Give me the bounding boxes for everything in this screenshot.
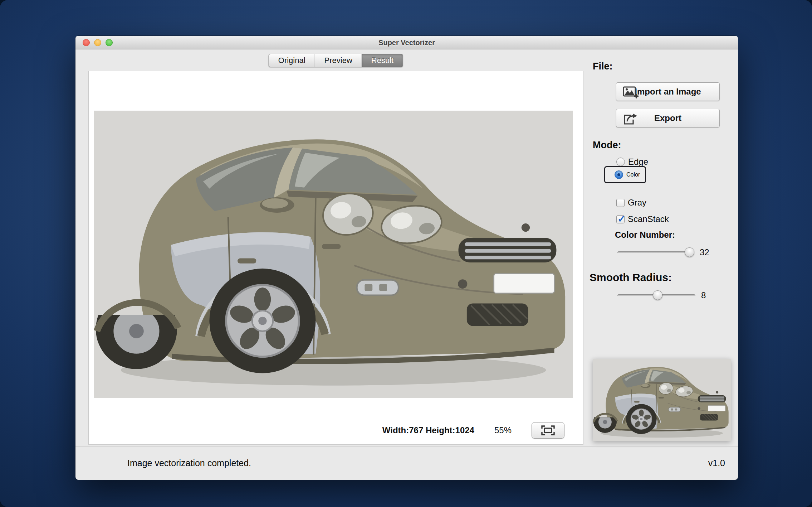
smooth-radius-value: 8: [701, 290, 706, 300]
radio-edge-label: Edge: [628, 157, 648, 167]
mode-radio-edge[interactable]: Edge: [616, 157, 648, 167]
version-label: v1.0: [708, 458, 725, 468]
export-button[interactable]: Export: [616, 109, 720, 127]
fit-to-window-icon: [540, 425, 556, 436]
image-size-info: Width:767 Height:1024: [382, 425, 474, 435]
scanstack-checkbox-row[interactable]: ScanStack: [616, 214, 669, 224]
canvas-info-row: Width:767 Height:1024 55%: [382, 422, 564, 439]
gray-checkbox-row[interactable]: Gray: [616, 198, 646, 208]
import-image-button[interactable]: Import an Image: [616, 82, 720, 101]
smooth-radius-label: Smooth Radius:: [590, 271, 672, 284]
scanstack-checkbox-label: ScanStack: [628, 214, 669, 224]
export-icon: [623, 113, 639, 125]
desktop-background: Super Vectorizer Original Preview Result…: [0, 0, 812, 507]
titlebar[interactable]: Super Vectorizer: [75, 36, 738, 49]
zoom-level: 55%: [494, 425, 512, 435]
app-window: Super Vectorizer Original Preview Result…: [75, 36, 738, 480]
status-message: Image vectorization completed.: [127, 458, 251, 468]
gray-checkbox-label: Gray: [628, 198, 646, 208]
tab-result[interactable]: Result: [362, 54, 403, 67]
tab-bar: Original Preview Result: [269, 54, 403, 67]
gray-checkbox[interactable]: [616, 199, 625, 207]
mode-section-label: Mode:: [593, 140, 621, 151]
canvas-panel: Width:767 Height:1024 55%: [88, 71, 583, 445]
radio-color-control[interactable]: [615, 170, 623, 179]
window-title: Super Vectorizer: [75, 36, 738, 49]
preview-thumbnail[interactable]: [593, 359, 731, 441]
color-number-label: Color Number:: [615, 230, 675, 240]
smooth-radius-slider-knob[interactable]: [653, 290, 662, 300]
smooth-radius-slider[interactable]: [617, 290, 695, 300]
color-mode-highlight-box[interactable]: Color: [604, 166, 646, 183]
radio-edge-control[interactable]: [616, 158, 625, 166]
vectorized-car-image: [94, 111, 573, 398]
file-section-label: File:: [593, 61, 613, 72]
radio-color-label: Color: [626, 172, 640, 178]
slider-track[interactable]: [617, 251, 694, 253]
tab-original[interactable]: Original: [269, 54, 315, 67]
tab-preview[interactable]: Preview: [315, 54, 362, 67]
color-number-value: 32: [700, 247, 709, 257]
color-number-slider[interactable]: [617, 247, 694, 257]
fit-to-window-button[interactable]: [532, 422, 564, 439]
color-number-slider-knob[interactable]: [685, 247, 694, 257]
statusbar: Image vectorization completed. v1.0: [75, 446, 738, 480]
image-plus-icon: [623, 86, 639, 98]
thumbnail-car-image: [593, 359, 731, 441]
scanstack-checkbox[interactable]: [616, 215, 625, 223]
